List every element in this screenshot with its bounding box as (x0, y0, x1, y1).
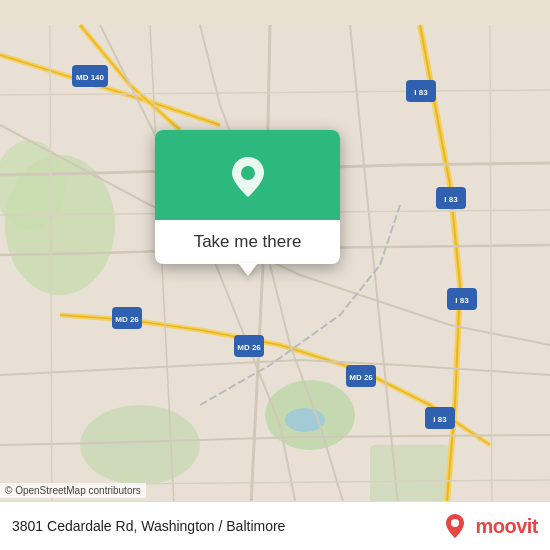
take-me-there-button[interactable]: Take me there (178, 220, 318, 264)
svg-text:I 83: I 83 (433, 415, 447, 424)
map-container: I 83 I 83 I 83 I 83 MD 140 MD 140 MD 26 … (0, 0, 550, 550)
svg-text:MD 26: MD 26 (349, 373, 373, 382)
moovit-pin-icon (441, 512, 469, 540)
moovit-logo: moovit (441, 512, 538, 540)
moovit-brand-text: moovit (475, 515, 538, 538)
popup-icon-area (155, 130, 340, 220)
svg-rect-5 (370, 445, 450, 505)
svg-text:I 83: I 83 (455, 296, 469, 305)
bottom-bar: 3801 Cedardale Rd, Washington / Baltimor… (0, 501, 550, 550)
address-text: 3801 Cedardale Rd, Washington / Baltimor… (12, 518, 285, 534)
svg-text:MD 26: MD 26 (237, 343, 261, 352)
svg-text:MD 26: MD 26 (115, 315, 139, 324)
osm-attribution: © OpenStreetMap contributors (0, 483, 146, 498)
svg-point-30 (241, 166, 255, 180)
popup-tail (238, 263, 258, 276)
popup-card[interactable]: Take me there (155, 130, 340, 264)
svg-point-31 (451, 519, 459, 527)
map-pin-icon (223, 152, 273, 202)
map-background: I 83 I 83 I 83 I 83 MD 140 MD 140 MD 26 … (0, 0, 550, 550)
svg-text:MD 140: MD 140 (76, 73, 105, 82)
svg-point-4 (80, 405, 200, 485)
svg-text:I 83: I 83 (414, 88, 428, 97)
svg-text:I 83: I 83 (444, 195, 458, 204)
